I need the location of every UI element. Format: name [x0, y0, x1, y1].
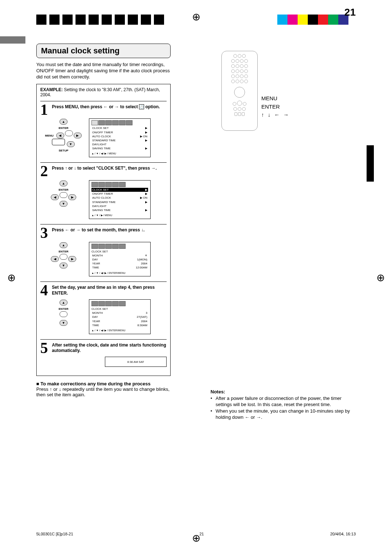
gray-edge-mark: [0, 36, 25, 44]
intro-text: You must set the date and time manually …: [36, 62, 171, 80]
remote-control-illustration: [221, 51, 258, 131]
remote-pad-step3: ▲ ENTER ◀▶ ▼: [42, 242, 85, 269]
step-text-4: Set the day, year and time as in step 4,…: [52, 284, 167, 297]
remote-pad-step4: ▲ ENTER ◀▶ ▼: [42, 299, 85, 326]
example-label: EXAMPLE:: [40, 87, 63, 92]
color-bar-marks: [277, 15, 348, 25]
footer-left: 5L00301C [E]p18-21: [36, 532, 73, 536]
remote-pad-step1: ▲ ENTER MENU ◀▶ ▼ SETUP: [42, 118, 85, 153]
osd-screen-4: CLOCK SET MONTH3 DAY27(SAT) YEAR2004 TIM…: [89, 299, 151, 334]
registration-mark-right-icon: ⊕: [376, 272, 385, 284]
footer-mid: 21: [199, 532, 204, 536]
page-number: 21: [344, 7, 356, 18]
arrow-icons: ↑ ↓ ← →: [261, 111, 290, 119]
step-text-5: After setting the clock, date and time s…: [52, 342, 167, 355]
step-number-5: 5: [40, 342, 52, 355]
notes-block: Notes: •After a power failure or disconn…: [211, 389, 356, 421]
remote-labels: MENU ENTER ↑ ↓ ← →: [261, 94, 290, 119]
registration-mark-left-icon: ⊕: [7, 272, 16, 284]
remote-pad-step2: ▲ ENTER ◀▶ ▼: [42, 180, 85, 207]
side-tab: Basic setup: [367, 145, 377, 182]
footer-right: 20/4/04, 16:13: [330, 532, 356, 536]
step-number-2: 2: [40, 165, 52, 178]
footer: 5L00301C [E]p18-21 21 20/4/04, 16:13: [36, 532, 356, 536]
step-number-3: 3: [40, 227, 52, 240]
osd-screen-2: CLOCK SET▶ ON/OFF TIMER▶ AUTO CLOCK▶ ON …: [89, 180, 151, 219]
clock-option-icon: 🕒: [139, 104, 144, 109]
osd-screen-1: CLOCK SET▶ ON/OFF TIMER▶ AUTO CLOCK▶ ON …: [89, 118, 151, 157]
osd-screen-5: 8:30 AM SAT: [105, 357, 167, 367]
step-text-1: Press MENU, then press ← or → to select …: [52, 104, 167, 117]
black-bar-marks: [36, 15, 167, 25]
step-text-3: Press ← or → to set the month, then pres…: [52, 227, 167, 240]
registration-mark-top-icon: ⊕: [192, 11, 200, 23]
section-title: Manual clock setting: [36, 44, 171, 58]
steps-box: EXAMPLE: Setting the clock to "8:30 AM",…: [36, 84, 171, 376]
step-text-2: Press ↑ or ↓ to select "CLOCK SET", then…: [52, 165, 167, 178]
step-number-1: 1: [40, 104, 52, 117]
step-number-4: 4: [40, 284, 52, 297]
osd-screen-3: CLOCK SET MONTH✳ DAY1(MON) YEAR2004 TIME…: [89, 242, 151, 277]
corrections-block: ■ To make corrections any time during th…: [36, 381, 171, 397]
